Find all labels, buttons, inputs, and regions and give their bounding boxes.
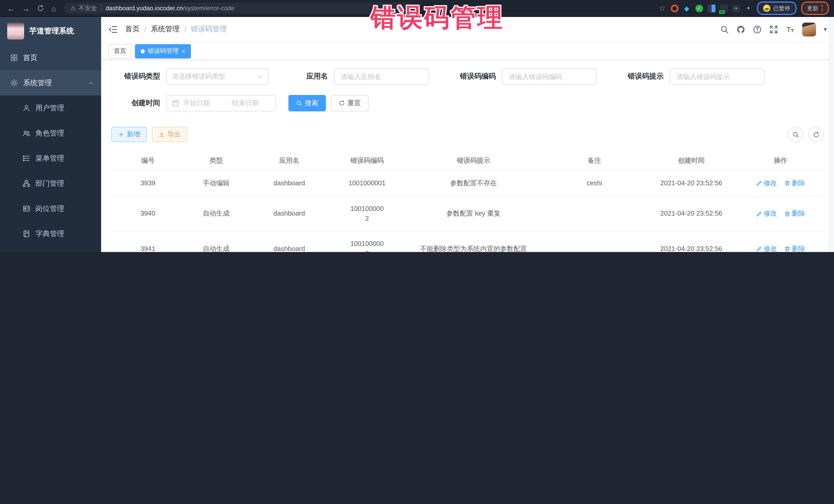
create-time-range-picker[interactable]: 开始日期 - 结束日期 (166, 95, 276, 111)
cell-type: 手动编辑 (184, 171, 248, 196)
trash-icon (784, 211, 790, 217)
delete-link[interactable]: 删除 (784, 179, 805, 188)
sidebar-item-home[interactable]: 首页 (0, 45, 101, 70)
toggle-search-icon[interactable] (788, 127, 803, 142)
sidebar-item-label: 首页 (23, 53, 38, 62)
browser-forward-icon[interactable]: → (22, 4, 30, 13)
sidebar-item-system-management[interactable]: 系统管理 (0, 70, 101, 95)
column-header: 类型 (184, 151, 248, 170)
create-time-label: 创建时间 (111, 98, 160, 108)
tab-close-icon[interactable]: × (182, 48, 185, 54)
font-size-icon[interactable] (786, 25, 794, 34)
browser-home-icon[interactable]: ⌂ (51, 4, 56, 13)
sidebar-collapse-icon[interactable] (108, 24, 118, 34)
add-button[interactable]: 新增 (111, 127, 147, 142)
delete-link-label: 删除 (792, 209, 805, 219)
reset-button[interactable]: 重置 (331, 95, 369, 111)
delete-link[interactable]: 删除 (784, 244, 805, 252)
extension-pinwheel-icon[interactable]: ✦ (744, 4, 752, 12)
extension-check-icon[interactable]: ✓ (695, 4, 703, 12)
browser-back-icon[interactable]: ← (7, 4, 15, 13)
search-icon[interactable] (720, 25, 729, 34)
caret-down-icon[interactable]: ▾ (824, 26, 827, 33)
cell-remark (544, 232, 645, 252)
tab-error-code-management[interactable]: 错误码管理 × (135, 44, 191, 58)
app-logo[interactable]: 芋道管理系统 (0, 17, 101, 45)
sidebar-item-user-management[interactable]: 用户管理 (0, 95, 101, 120)
profile-paused-badge[interactable]: 已暂停 (757, 2, 796, 15)
edit-link[interactable]: 修改 (756, 244, 777, 252)
export-button-label: 导出 (167, 130, 181, 139)
error-type-placeholder: 请选择错误码类型 (172, 72, 225, 81)
edit-link-label: 修改 (764, 244, 777, 252)
refresh-table-icon[interactable] (808, 127, 824, 142)
cell-remark (544, 196, 645, 231)
table-row[interactable]: 3939手动编辑dashboard1001000001参数配置不存在ceshi2… (111, 171, 824, 197)
tree-icon (23, 180, 30, 187)
extension-orange-icon[interactable] (671, 4, 678, 12)
column-header: 编号 (111, 151, 184, 170)
top-navbar: 首页 / 系统管理 / 错误码管理 ▾ (101, 17, 834, 43)
github-icon[interactable] (737, 25, 745, 34)
trash-icon (784, 180, 790, 187)
error-code-input[interactable] (508, 72, 591, 81)
sidebar-item-role-management[interactable]: 角色管理 (0, 120, 101, 146)
table-row[interactable]: 3941自动生成dashboard100100000 3不能删除类型为系统内置的… (111, 232, 824, 252)
error-type-select[interactable]: 请选择错误码类型 (166, 68, 269, 85)
delete-link[interactable]: 删除 (784, 209, 805, 219)
browser-toolbar-right: ☆ ◆ ✓ on ❧ ✦ 已暂停 更新 (658, 2, 834, 15)
cell-actions: 修改删除 (737, 232, 824, 252)
export-button[interactable]: 导出 (152, 127, 187, 142)
fullscreen-icon[interactable] (769, 25, 778, 34)
pencil-icon (756, 180, 762, 187)
browser-update-button[interactable]: 更新 (801, 2, 829, 15)
browser-menu-icon[interactable] (821, 5, 823, 11)
search-button-label: 搜索 (305, 98, 318, 108)
search-button[interactable]: 搜索 (288, 95, 326, 111)
error-hint-input[interactable] (675, 72, 759, 81)
extension-on-badge-icon[interactable]: on (720, 4, 727, 12)
cell-id: 3939 (111, 171, 184, 196)
browser-address-bar[interactable]: ⚠ 不安全 dashboard.yudao.iocoder.cn/system/… (64, 3, 411, 14)
edit-link-label: 修改 (764, 209, 777, 219)
breadcrumb-home[interactable]: 首页 (125, 25, 139, 34)
sidebar-item-dict-management[interactable]: 字典管理 (0, 221, 101, 246)
column-header: 应用名 (248, 151, 331, 170)
cell-type: 自动生成 (184, 196, 248, 231)
app-name-input[interactable] (340, 72, 423, 81)
cell-type: 自动生成 (184, 232, 248, 252)
pencil-icon (756, 211, 762, 217)
edit-link[interactable]: 修改 (756, 209, 777, 219)
column-header: 创建时间 (645, 151, 737, 170)
sidebar-item-post-management[interactable]: 岗位管理 (0, 196, 101, 221)
search-icon (296, 100, 302, 106)
breadcrumb-current: 错误码管理 (191, 25, 227, 34)
cell-code: 1001000001 (331, 171, 404, 196)
delete-link-label: 删除 (792, 244, 805, 252)
sidebar-item-dept-management[interactable]: 部门管理 (0, 171, 101, 196)
extension-leaf-icon[interactable]: ❧ (732, 4, 740, 12)
active-tab-dot-icon (140, 49, 145, 53)
sidebar-item-menu-management[interactable]: 菜单管理 (0, 146, 101, 171)
sidebar-item-notice[interactable]: 通知公告 (0, 246, 101, 252)
tab-home[interactable]: 首页 (108, 44, 132, 58)
edit-link[interactable]: 修改 (756, 179, 777, 188)
breadcrumb-system[interactable]: 系统管理 (151, 25, 180, 34)
reset-button-label: 重置 (348, 98, 361, 108)
cell-remark: ceshi (544, 171, 645, 196)
cell-hint: 不能删除类型为系统内置的参数配置 (404, 232, 544, 252)
sidebar-item-label: 用户管理 (36, 104, 64, 113)
dashboard-icon (10, 54, 18, 62)
browser-reload-icon[interactable] (37, 5, 44, 12)
cell-app: dashboard (248, 196, 331, 231)
breadcrumb-separator: / (184, 25, 186, 34)
extension-gem-icon[interactable]: ◆ (683, 4, 690, 12)
help-icon[interactable] (753, 25, 762, 34)
extension-grid-icon[interactable] (707, 4, 715, 12)
user-avatar[interactable] (802, 22, 816, 36)
cell-app: dashboard (248, 171, 331, 196)
bookmark-star-icon[interactable]: ☆ (658, 4, 666, 12)
vertical-scrollbar[interactable] (829, 17, 834, 252)
breadcrumb-separator: / (144, 25, 146, 34)
table-row[interactable]: 3940自动生成dashboard100100000 2参数配置 key 重复2… (111, 196, 824, 232)
